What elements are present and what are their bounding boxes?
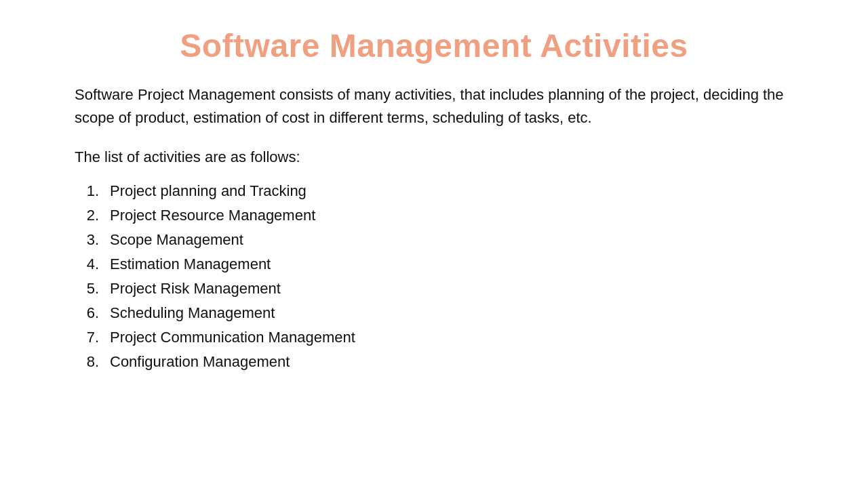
list-item: 8.Configuration Management <box>75 353 793 371</box>
list-item-number: 2. <box>75 207 99 224</box>
list-item-number: 4. <box>75 256 99 273</box>
list-item-label: Scope Management <box>110 231 243 249</box>
list-item: 4.Estimation Management <box>75 256 793 273</box>
list-item-label: Project Risk Management <box>110 280 281 298</box>
list-item: 6.Scheduling Management <box>75 304 793 322</box>
list-item-number: 3. <box>75 231 99 249</box>
list-item-label: Configuration Management <box>110 353 290 371</box>
list-item-number: 7. <box>75 329 99 346</box>
list-item-number: 1. <box>75 182 99 200</box>
list-item-label: Project planning and Tracking <box>110 182 307 200</box>
list-intro: The list of activities are as follows: <box>75 148 793 166</box>
list-item-label: Estimation Management <box>110 256 271 273</box>
list-item: 7.Project Communication Management <box>75 329 793 346</box>
list-item: 2.Project Resource Management <box>75 207 793 224</box>
list-item-number: 6. <box>75 304 99 322</box>
page-container: Software Management Activities Software … <box>0 0 868 488</box>
intro-paragraph: Software Project Management consists of … <box>75 83 793 129</box>
list-item-label: Project Communication Management <box>110 329 355 346</box>
list-item-number: 8. <box>75 353 99 371</box>
list-item: 1.Project planning and Tracking <box>75 182 793 200</box>
activities-list: 1.Project planning and Tracking2.Project… <box>75 182 793 378</box>
list-item: 5.Project Risk Management <box>75 280 793 298</box>
list-item-label: Project Resource Management <box>110 207 315 224</box>
list-item-label: Scheduling Management <box>110 304 275 322</box>
page-title: Software Management Activities <box>75 27 793 64</box>
list-item: 3.Scope Management <box>75 231 793 249</box>
list-item-number: 5. <box>75 280 99 298</box>
